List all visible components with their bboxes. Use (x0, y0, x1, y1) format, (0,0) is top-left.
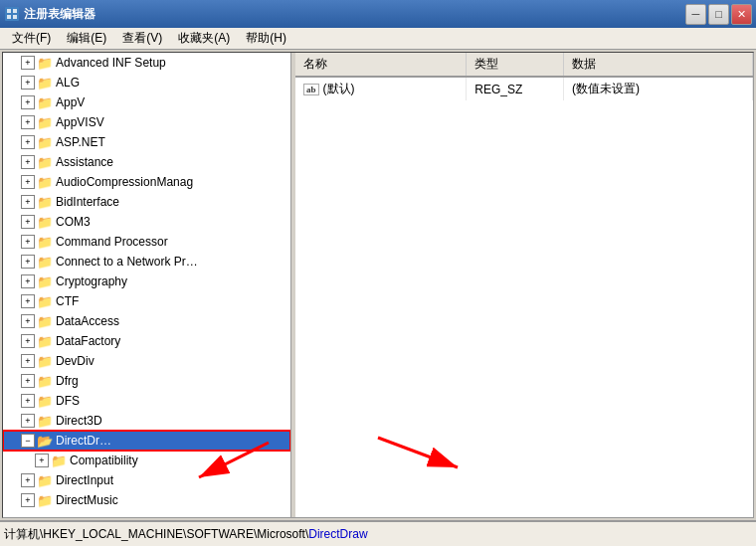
tree-label-cryptography: Cryptography (56, 274, 127, 288)
tree-label-direct-input: DirectInput (56, 473, 113, 487)
tree-label-direct-music: DirectMusic (56, 493, 118, 507)
tree-item-devdiv[interactable]: +📁DevDiv (3, 351, 290, 371)
tree-item-advanced-inf-setup[interactable]: +📁Advanced INF Setup (3, 53, 290, 73)
expand-btn-data-access[interactable]: + (21, 314, 35, 328)
expand-btn-direct-input[interactable]: + (21, 473, 35, 487)
tree-item-appv[interactable]: +📁AppV (3, 92, 290, 112)
expand-btn-direct-music[interactable]: + (21, 493, 35, 507)
tree-item-direct-music[interactable]: +📁DirectMusic (3, 490, 290, 510)
tree-item-audio-compression[interactable]: +📁AudioCompressionManag (3, 172, 290, 192)
folder-icon-bid-interface: 📁 (37, 195, 53, 209)
expand-btn-connect-network[interactable]: + (21, 255, 35, 269)
app-icon (4, 6, 20, 22)
menu-view[interactable]: 查看(V) (114, 28, 170, 49)
expand-btn-devdiv[interactable]: + (21, 354, 35, 368)
expand-btn-data-factory[interactable]: + (21, 334, 35, 348)
tree-label-appvisv: AppVISV (56, 115, 104, 129)
expand-btn-com3[interactable]: + (21, 215, 35, 229)
expand-btn-dfs[interactable]: + (21, 394, 35, 408)
tree-item-ctf[interactable]: +📁CTF (3, 291, 290, 311)
svg-rect-3 (7, 15, 11, 19)
folder-icon-directdraw: 📂 (37, 434, 53, 448)
tree-item-appvisv[interactable]: +📁AppVISV (3, 112, 290, 132)
expand-btn-ctf[interactable]: + (21, 294, 35, 308)
right-panel: 名称 类型 数据 ab (默认)REG_SZ(数值未设置) (295, 53, 753, 517)
folder-icon-asp-net: 📁 (37, 135, 53, 149)
tree-label-command-processor: Command Processor (56, 235, 168, 249)
folder-icon-cryptography: 📁 (37, 274, 53, 288)
tree-item-bid-interface[interactable]: +📁BidInterface (3, 192, 290, 212)
tree-label-com3: COM3 (56, 215, 91, 229)
svg-rect-2 (13, 9, 17, 13)
tree-item-command-processor[interactable]: +📁Command Processor (3, 232, 290, 252)
folder-icon-command-processor: 📁 (37, 235, 53, 249)
expand-btn-asp-net[interactable]: + (21, 135, 35, 149)
menu-file[interactable]: 文件(F) (4, 28, 59, 49)
status-path-highlight: DirectDraw (308, 527, 367, 541)
menu-edit[interactable]: 编辑(E) (59, 28, 114, 49)
folder-icon-dfs: 📁 (37, 394, 53, 408)
tree-item-compatibility[interactable]: +📁Compatibility (3, 451, 290, 470)
title-bar: 注册表编辑器 ─ □ ✕ (0, 0, 756, 28)
close-button[interactable]: ✕ (731, 4, 752, 25)
expand-btn-command-processor[interactable]: + (21, 235, 35, 249)
expand-btn-bid-interface[interactable]: + (21, 195, 35, 209)
tree-item-directdraw[interactable]: −📂DirectDr… (3, 431, 290, 451)
expand-btn-direct3d[interactable]: + (21, 414, 35, 428)
expand-btn-appv[interactable]: + (21, 95, 35, 109)
tree-item-dfrg[interactable]: +📁Dfrg (3, 371, 290, 391)
tree-item-alg[interactable]: +📁ALG (3, 73, 290, 92)
tree-item-asp-net[interactable]: +📁ASP.NET (3, 132, 290, 152)
status-text: 计算机\HKEY_LOCAL_MACHINE\SOFTWARE\Microsof… (4, 526, 368, 543)
tree-label-advanced-inf-setup: Advanced INF Setup (56, 56, 166, 70)
expand-btn-audio-compression[interactable]: + (21, 175, 35, 189)
expand-btn-appvisv[interactable]: + (21, 115, 35, 129)
tree-item-com3[interactable]: +📁COM3 (3, 212, 290, 232)
tree-label-directdraw: DirectDr… (56, 434, 111, 448)
tree-item-connect-network[interactable]: +📁Connect to a Network Pr… (3, 252, 290, 272)
expand-btn-assistance[interactable]: + (21, 155, 35, 169)
menu-bar: 文件(F) 编辑(E) 查看(V) 收藏夹(A) 帮助(H) (0, 28, 756, 50)
folder-icon-data-factory: 📁 (37, 334, 53, 348)
folder-icon-direct-input: 📁 (37, 473, 53, 487)
folder-icon-ctf: 📁 (37, 294, 53, 308)
folder-icon-assistance: 📁 (37, 155, 53, 169)
expand-btn-dfrg[interactable]: + (21, 374, 35, 388)
expand-btn-alg[interactable]: + (21, 76, 35, 90)
tree-item-direct-input[interactable]: +📁DirectInput (3, 470, 290, 490)
tree-item-cryptography[interactable]: +📁Cryptography (3, 272, 290, 291)
content-area: +📁Advanced INF Setup+📁ALG+📁AppV+📁AppVISV… (2, 52, 754, 518)
tree-item-data-access[interactable]: +📁DataAccess (3, 311, 290, 331)
expand-btn-advanced-inf-setup[interactable]: + (21, 56, 35, 70)
main-area: +📁Advanced INF Setup+📁ALG+📁AppV+📁AppVISV… (0, 50, 756, 520)
cell-name: ab (默认) (295, 77, 467, 100)
restore-button[interactable]: □ (708, 4, 729, 25)
expand-btn-directdraw[interactable]: − (21, 434, 35, 448)
menu-help[interactable]: 帮助(H) (238, 28, 294, 49)
col-data[interactable]: 数据 (564, 53, 753, 77)
folder-icon-direct3d: 📁 (37, 414, 53, 428)
folder-icon-advanced-inf-setup: 📁 (37, 56, 53, 70)
tree-item-direct3d[interactable]: +📁Direct3D (3, 411, 290, 431)
folder-icon-appvisv: 📁 (37, 115, 53, 129)
folder-icon-appv: 📁 (37, 95, 53, 109)
table-row[interactable]: ab (默认)REG_SZ(数值未设置) (295, 77, 753, 100)
expand-btn-cryptography[interactable]: + (21, 274, 35, 288)
tree-label-alg: ALG (56, 76, 80, 90)
tree-item-dfs[interactable]: +📁DFS (3, 391, 290, 411)
tree-label-asp-net: ASP.NET (56, 135, 105, 149)
expand-btn-compatibility[interactable]: + (35, 454, 49, 467)
splitter[interactable] (291, 53, 295, 517)
tree-item-data-factory[interactable]: +📁DataFactory (3, 331, 290, 351)
registry-table: 名称 类型 数据 ab (默认)REG_SZ(数值未设置) (295, 53, 753, 100)
col-name[interactable]: 名称 (295, 53, 467, 77)
window-title: 注册表编辑器 (24, 6, 685, 23)
minimize-button[interactable]: ─ (685, 4, 706, 25)
folder-icon-compatibility: 📁 (51, 454, 67, 467)
tree-label-ctf: CTF (56, 294, 79, 308)
col-type[interactable]: 类型 (467, 53, 564, 77)
tree-item-assistance[interactable]: +📁Assistance (3, 152, 290, 172)
tree-panel[interactable]: +📁Advanced INF Setup+📁ALG+📁AppV+📁AppVISV… (3, 53, 291, 517)
menu-favorites[interactable]: 收藏夹(A) (170, 28, 238, 49)
cell-type: REG_SZ (467, 77, 564, 100)
